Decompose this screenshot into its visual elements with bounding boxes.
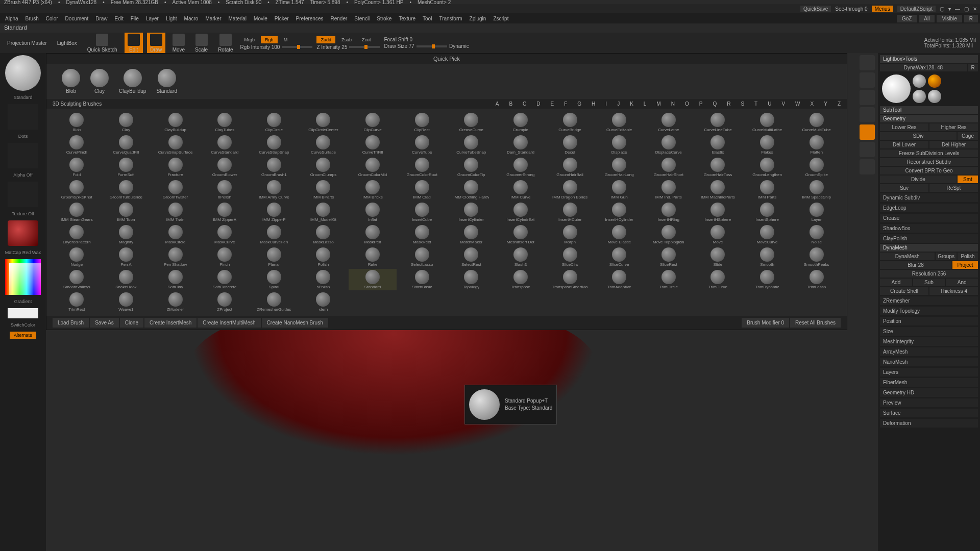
divide-button[interactable]: Divide [880, 176, 957, 183]
shadowbox-section[interactable]: ShadowBox [880, 224, 978, 233]
brush-item[interactable]: GroomHairBall [546, 157, 594, 178]
tool-swatch-polymesh[interactable] [913, 90, 926, 103]
zsub-button[interactable]: Zsub [337, 36, 356, 43]
brush-item[interactable]: ZModeler [151, 291, 200, 313]
menus-button[interactable]: Menus [872, 6, 893, 12]
brush-item[interactable]: MaskRect [398, 224, 446, 245]
brush-item[interactable]: ClipRect [398, 112, 446, 133]
brush-item[interactable]: GroomBrush1 [250, 157, 299, 178]
brush-item[interactable]: Fold [53, 157, 101, 178]
brush-item[interactable]: SliceCirc [546, 246, 594, 268]
lowerres-button[interactable]: Lower Res [880, 123, 928, 131]
modifytopology-section[interactable]: Modify Topology [880, 307, 978, 315]
projection-master-button[interactable]: Projection Master [4, 39, 50, 47]
brush-item[interactable]: Layer [792, 202, 841, 223]
brush-item[interactable]: InsertCylinder [447, 202, 496, 223]
brush-item[interactable]: Crumple [497, 112, 545, 133]
brush-item[interactable]: MatchMaker [447, 224, 496, 245]
preview-section[interactable]: Preview [880, 398, 978, 407]
brush-item[interactable]: DisplaceCurve [645, 134, 693, 156]
brush-item[interactable]: GroomHairLong [595, 157, 644, 178]
sub-button[interactable]: Sub [913, 279, 945, 286]
brush-item[interactable]: Weave1 [102, 291, 151, 313]
brush-item[interactable]: IMM Train [151, 202, 200, 223]
menu-light[interactable]: Light [163, 15, 180, 22]
brush-item[interactable]: Pen A [102, 246, 151, 268]
size-section[interactable]: Size [880, 327, 978, 336]
brush-item[interactable]: Clay [102, 112, 151, 133]
convert-bpr-button[interactable]: Convert BPR To Geo [880, 167, 978, 174]
mrgb-button[interactable]: Mrgb [240, 36, 259, 43]
brush-item[interactable]: IMM Gun [595, 179, 644, 201]
lightbox-tools-header[interactable]: Lightbox>Tools [880, 55, 978, 63]
menu-file[interactable]: File [128, 15, 142, 22]
move-button[interactable]: Move [169, 33, 188, 54]
geometry-header[interactable]: Geometry [880, 115, 978, 122]
brush-item[interactable]: IMM Dragon Bones [546, 179, 594, 201]
brush-item[interactable]: SelectRect [447, 246, 496, 268]
cage-button[interactable]: Cage [958, 132, 978, 140]
alpha-filter-Z[interactable]: Z [838, 101, 841, 107]
respt-button[interactable]: ReSpt [929, 184, 978, 192]
brush-item[interactable]: sPolish [299, 269, 348, 290]
brush-item[interactable]: CurveBridge [546, 112, 594, 133]
brush-item[interactable]: GroomTurbulence [102, 179, 151, 201]
alpha-filter-X[interactable]: X [811, 101, 814, 107]
alpha-filter-G[interactable]: G [577, 101, 581, 107]
alpha-filter-B[interactable]: B [509, 101, 512, 107]
brush-item[interactable]: Elastic [694, 134, 742, 156]
brush-item[interactable]: IMM Parts [743, 179, 792, 201]
brush-item[interactable]: SoftConcrete [201, 269, 249, 290]
deformation-section[interactable]: Deformation [880, 419, 978, 428]
surface-section[interactable]: Surface [880, 409, 978, 417]
color-swatch[interactable] [8, 308, 38, 318]
scale-icon[interactable] [860, 55, 875, 70]
add-button[interactable]: Add [880, 279, 912, 286]
clone-button[interactable]: Clone [120, 318, 143, 328]
brush-item[interactable]: IMM Bricks [349, 179, 397, 201]
stroke-dots-swatch[interactable] [8, 104, 38, 130]
dynamesh-button[interactable]: DynaMesh [880, 253, 935, 260]
brush-item[interactable]: CurveTubeSnap [447, 134, 496, 156]
arraymesh-section[interactable]: ArrayMesh [880, 347, 978, 356]
menu-stroke[interactable]: Stroke [374, 15, 395, 22]
brush-item[interactable]: ZProject [201, 291, 249, 313]
close-icon[interactable]: ✕ [973, 6, 977, 12]
brush-item[interactable]: Flatten [792, 134, 841, 156]
menu-movie[interactable]: Movie [251, 15, 271, 22]
menu-transform[interactable]: Transform [436, 15, 465, 22]
sdiv-slider[interactable]: SDiv [880, 132, 957, 140]
position-section[interactable]: Position [880, 317, 978, 325]
menu-texture[interactable]: Texture [396, 15, 419, 22]
brush-item[interactable]: CurveStandard [201, 134, 249, 156]
menu-color[interactable]: Color [43, 15, 61, 22]
brush-item[interactable]: Smooth [743, 246, 792, 268]
brush-item[interactable]: GroomClumps [299, 157, 348, 178]
reconstruct-button[interactable]: Reconstruct Subdiv [880, 158, 978, 166]
brush-item[interactable]: Flakes [743, 134, 792, 156]
draw-size-slider[interactable]: Draw Size 77 [384, 43, 414, 49]
maximize-icon[interactable]: ▢ [964, 6, 969, 12]
brush-item[interactable]: IMM Army Curve [250, 179, 299, 201]
brush-item[interactable]: IMM_ModelKit [299, 202, 348, 223]
menu-render[interactable]: Render [328, 15, 351, 22]
brush-item[interactable]: GroomerStrong [497, 157, 545, 178]
brush-item[interactable]: Standard [349, 269, 397, 290]
brush-item[interactable]: Blob [53, 112, 101, 133]
brush-item[interactable]: Move Elastic [595, 224, 644, 245]
alpha-filter-M[interactable]: M [656, 101, 660, 107]
alpha-filter-I[interactable]: I [605, 101, 607, 107]
brush-item[interactable]: SoftClay [151, 269, 200, 290]
alpha-filter-P[interactable]: P [699, 101, 703, 107]
brush-item[interactable]: TrimRect [53, 291, 101, 313]
brush-item[interactable]: CurvePinch [53, 134, 101, 156]
alpha-filter-C[interactable]: C [523, 101, 526, 107]
resolution-slider[interactable]: Resolution 256 [880, 270, 978, 278]
brush-item[interactable]: MaskCurve [201, 224, 249, 245]
alpha-filter-U[interactable]: U [768, 101, 771, 107]
brush-item[interactable]: SmoothPeaks [792, 246, 841, 268]
smt-button[interactable]: Smt [958, 176, 978, 183]
alpha-filter-S[interactable]: S [741, 101, 744, 107]
zadd-button[interactable]: Zadd [316, 36, 335, 43]
brush-item[interactable]: Slash3 [497, 246, 545, 268]
